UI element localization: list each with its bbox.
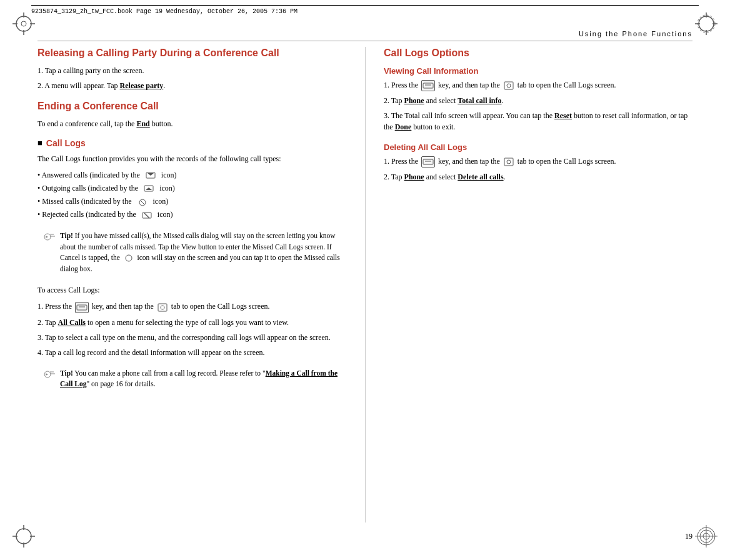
bullet-answered-text: • Answered calls (indicated by the xyxy=(38,169,140,181)
bullet-missed-suffix: icon) xyxy=(153,196,169,208)
svg-point-34 xyxy=(126,255,132,261)
rejected-icon xyxy=(141,209,152,221)
page-number: 19 xyxy=(685,532,692,541)
releasing-step1: 1. Tap a calling party on the screen. xyxy=(38,65,346,76)
svg-point-0 xyxy=(16,16,31,31)
outgoing-icon xyxy=(143,182,154,194)
tip-icon-2 xyxy=(42,369,56,390)
bullet-missed-text: • Missed calls (indicated by the xyxy=(38,196,132,208)
bullet-rejected-text: • Rejected calls (indicated by the xyxy=(38,209,136,221)
bullet-outgoing: • Outgoing calls (indicated by the icon) xyxy=(38,182,346,194)
crosshair-bottom-left xyxy=(11,524,36,549)
bullet-outgoing-text: • Outgoing calls (indicated by the xyxy=(38,182,138,194)
svg-marker-25 xyxy=(146,188,152,190)
svg-marker-42 xyxy=(46,373,48,376)
page-container: 9235874_3129_zh_tw_FCC.book Page 19 Wedn… xyxy=(0,0,730,560)
tip-box-missed: Tip! If you have missed call(s), the Mis… xyxy=(38,227,346,278)
access-step2: 2. Tap All Calls to open a menu for sele… xyxy=(38,317,346,328)
right-column: Call Logs Options Viewing Call Informati… xyxy=(374,47,692,522)
releasing-title: Releasing a Calling Party During a Confe… xyxy=(38,47,346,60)
svg-point-12 xyxy=(16,529,31,544)
viewing-call-info-title: Viewing Call Information xyxy=(384,66,692,76)
bullet-answered-suffix: icon) xyxy=(161,169,177,181)
tab-icon-3 xyxy=(503,156,514,168)
access-step3: 3. Tap to select a call type on the menu… xyxy=(38,332,346,343)
call-logs-title: ■ Call Logs xyxy=(38,138,346,148)
crosshair-top-left xyxy=(11,11,36,36)
deleting-step2: 2. Tap Phone and select Delete all calls… xyxy=(384,171,692,182)
call-logs-label: Call Logs xyxy=(46,138,86,148)
tip-content-2: Tip! You can make a phone call from a ca… xyxy=(60,368,346,390)
call-logs-options-title: Call Logs Options xyxy=(384,47,692,60)
access-step1: 1. Press the key, and then tap the tab t… xyxy=(38,301,346,312)
svg-point-46 xyxy=(507,84,511,88)
book-info: 9235874_3129_zh_tw_FCC.book Page 19 Wedn… xyxy=(31,8,298,15)
svg-rect-37 xyxy=(158,304,167,311)
viewing-step3: 3. The Total call info screen will appea… xyxy=(384,110,692,132)
svg-point-7 xyxy=(698,15,715,32)
svg-point-1 xyxy=(21,21,26,26)
top-bar: 9235874_3129_zh_tw_FCC.book Page 19 Wedn… xyxy=(31,5,699,15)
tip-phone-icon xyxy=(123,252,134,264)
svg-rect-45 xyxy=(504,82,513,89)
tip-icon-1 xyxy=(42,231,56,274)
svg-marker-23 xyxy=(148,173,154,176)
bullet-outgoing-suffix: icon) xyxy=(159,182,175,194)
tip-box-calllog: Tip! You can make a phone call from a ca… xyxy=(38,364,346,394)
deleting-call-logs-title: Deleting All Call Logs xyxy=(384,142,692,152)
ending-body: To end a conference call, tap the End bu… xyxy=(38,118,346,129)
svg-line-27 xyxy=(141,201,144,204)
tip-content-1: Tip! If you have missed call(s), the Mis… xyxy=(60,231,346,274)
svg-rect-43 xyxy=(423,83,433,88)
svg-rect-35 xyxy=(77,305,87,310)
crosshair-top-right xyxy=(694,11,719,36)
call-logs-body: The Call Logs function provides you with… xyxy=(38,153,346,164)
deleting-step1: 1. Press the key, and then tap the tab t… xyxy=(384,156,692,168)
svg-line-29 xyxy=(144,213,149,218)
viewing-step2: 2. Tap Phone and select Total call info. xyxy=(384,95,692,106)
releasing-step2: 2. A menu will appear. Tap Release party… xyxy=(38,80,346,91)
access-step4: 4. Tap a call log record and the detail … xyxy=(38,347,346,358)
ending-title: Ending a Conference Call xyxy=(38,100,346,113)
tab-icon-2 xyxy=(503,80,514,91)
header-rule xyxy=(38,41,692,41)
svg-rect-47 xyxy=(423,159,433,164)
column-divider xyxy=(365,47,366,522)
crosshair-bottom-right xyxy=(694,524,719,549)
svg-point-6 xyxy=(699,16,714,31)
key-icon-2 xyxy=(421,80,435,91)
bullet-missed: • Missed calls (indicated by the icon) xyxy=(38,196,346,208)
missed-icon xyxy=(137,196,148,208)
viewing-step1: 1. Press the key, and then tap the tab t… xyxy=(384,79,692,91)
left-column: Releasing a Calling Party During a Confe… xyxy=(38,47,356,522)
bullet-answered: • Answered calls (indicated by the icon) xyxy=(38,169,346,181)
access-call-logs-text: To access Call Logs: xyxy=(38,284,346,296)
answered-icon xyxy=(145,169,156,181)
key-icon-1 xyxy=(75,302,89,313)
svg-rect-49 xyxy=(504,158,513,166)
svg-point-38 xyxy=(161,306,164,309)
bullet-rejected-suffix: icon) xyxy=(158,209,173,221)
svg-point-50 xyxy=(507,160,511,164)
key-icon-3 xyxy=(421,156,435,168)
bullet-rejected: • Rejected calls (indicated by the icon) xyxy=(38,209,346,221)
svg-marker-33 xyxy=(46,236,48,238)
tab-icon-1 xyxy=(157,302,168,313)
page-header: Using the Phone Functions xyxy=(579,30,692,38)
call-logs-icon: ■ xyxy=(38,138,42,148)
